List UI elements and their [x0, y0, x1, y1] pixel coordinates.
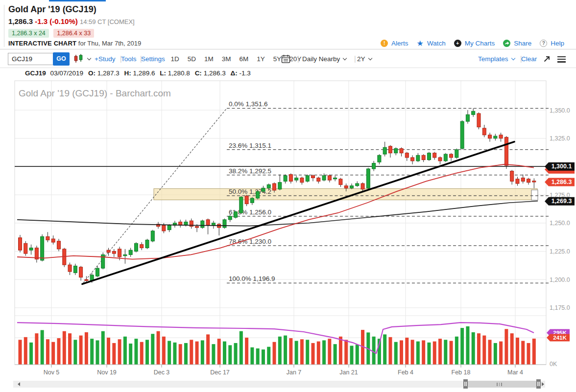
volume-bar — [416, 342, 420, 365]
share-link[interactable]: Share — [514, 40, 531, 47]
tools-button[interactable]: Tools — [121, 49, 137, 68]
volume-bar — [173, 343, 176, 365]
tf-1m[interactable]: 1M — [204, 55, 214, 63]
candle — [328, 176, 331, 180]
go-button[interactable]: GO — [53, 52, 70, 66]
candle — [334, 178, 337, 179]
watch-link[interactable]: Watch — [427, 40, 446, 47]
volume-bar — [527, 343, 530, 365]
price-axis: 1,350.01,325.01,300.01,275.01,250.01,225… — [15, 107, 570, 368]
volume-bar — [322, 340, 326, 365]
volume-bar — [107, 338, 110, 365]
volume-bar — [460, 328, 464, 365]
templates-dropdown[interactable]: Templates — [478, 49, 515, 68]
help-link[interactable]: Help — [551, 40, 564, 47]
candle — [466, 115, 469, 121]
range-dropdown[interactable]: 2Y — [357, 49, 372, 68]
fullscreen-icon[interactable] — [543, 49, 551, 68]
candle — [140, 245, 144, 248]
time-scrollbar-range[interactable] — [465, 381, 540, 388]
candle — [234, 212, 238, 218]
candle — [273, 184, 276, 190]
candle — [394, 148, 398, 153]
candle — [134, 243, 138, 251]
calendar-icon[interactable] — [281, 49, 290, 68]
x-tick-label: Jan 21 — [339, 369, 358, 376]
ohlc-readout: GCJ19 03/07/2019 O: 1,287.3 H: 1,289.6 L… — [22, 69, 251, 77]
volume-bar — [422, 340, 425, 365]
scroll-left-arrow-icon[interactable] — [18, 382, 20, 386]
add-study-button[interactable]: +Study — [95, 49, 115, 68]
highlight-band[interactable] — [154, 188, 538, 200]
volume-bar — [184, 343, 188, 365]
candle — [151, 231, 154, 241]
volume-bar — [488, 340, 492, 365]
volume-zero-label: 0K — [550, 361, 557, 368]
volume-bar — [129, 344, 132, 365]
frequency-dropdown[interactable]: Daily Nearby — [302, 49, 346, 68]
tf-5d[interactable]: 5D — [188, 55, 196, 63]
volume-bar — [151, 334, 154, 365]
tf-3m[interactable]: 3M — [222, 55, 231, 63]
candle — [284, 176, 287, 182]
chart-type-menu[interactable] — [73, 49, 91, 68]
trendline-annotation[interactable] — [82, 142, 514, 284]
volume-bar — [311, 343, 314, 365]
volume-bar — [96, 340, 99, 365]
y-tick-label: 1,350.0 — [550, 107, 570, 114]
volume-bar — [532, 339, 536, 365]
candle — [289, 175, 292, 182]
tf-1d[interactable]: 1D — [171, 55, 179, 63]
scrollbar-right-handle[interactable] — [536, 379, 541, 389]
volume-bar — [51, 342, 55, 365]
candle — [24, 243, 27, 254]
volume-bar — [79, 336, 83, 365]
my-charts-link[interactable]: My Charts — [465, 40, 495, 47]
symbol-input[interactable] — [8, 53, 53, 65]
volume-bar — [482, 336, 486, 365]
clear-button[interactable]: Clear — [521, 49, 537, 68]
o-value: 1,287.3 — [97, 69, 120, 77]
candle — [433, 153, 436, 158]
candle — [322, 176, 326, 180]
tf-6m[interactable]: 6M — [240, 55, 249, 63]
scroll-right-arrow-icon[interactable] — [542, 382, 544, 386]
fib-label: 23.6% 1,315.1 — [229, 142, 271, 149]
candle — [477, 114, 480, 127]
settings-button[interactable]: Settings — [141, 49, 165, 68]
candle — [482, 128, 486, 135]
volume-bar — [356, 345, 359, 365]
volume-bar — [234, 343, 238, 365]
candle — [212, 223, 215, 226]
menu-icon[interactable] — [557, 49, 566, 68]
candle — [267, 184, 270, 188]
volume-bar — [118, 339, 121, 365]
tf-1y[interactable]: 1Y — [257, 55, 265, 63]
candle — [223, 220, 226, 228]
scrollbar-left-handle[interactable] — [463, 379, 468, 389]
candle — [195, 227, 199, 228]
section-date: for Thu, Mar 7th, 2019 — [76, 40, 141, 47]
band-handle — [531, 190, 538, 200]
watermark: Gold Apr '19 (GCJ19) - Barchart.com — [19, 88, 171, 98]
volume-bar — [339, 337, 342, 365]
candle — [162, 225, 166, 231]
volume-bar — [68, 333, 72, 365]
x-tick-label: Dec 17 — [210, 369, 230, 376]
alerts-link[interactable]: Alerts — [391, 40, 408, 47]
candle — [73, 266, 77, 273]
candle — [311, 176, 314, 178]
volume-bar — [101, 331, 105, 365]
c-label: C: — [195, 69, 202, 77]
volume-bar — [145, 340, 149, 365]
volume-bar — [262, 349, 265, 365]
tf-5y[interactable]: 5Y — [273, 55, 282, 63]
volume-bar — [85, 332, 88, 365]
scrollbar-grip[interactable] — [497, 383, 502, 386]
candle — [450, 154, 453, 158]
volume-bar — [494, 343, 497, 365]
volume-bar — [521, 341, 525, 365]
volume-bar — [29, 343, 33, 365]
date-axis: Nov 5Nov 19Dec 3Dec 17Jan 7Jan 21Feb 4Fe… — [44, 365, 523, 376]
candle — [444, 154, 447, 161]
